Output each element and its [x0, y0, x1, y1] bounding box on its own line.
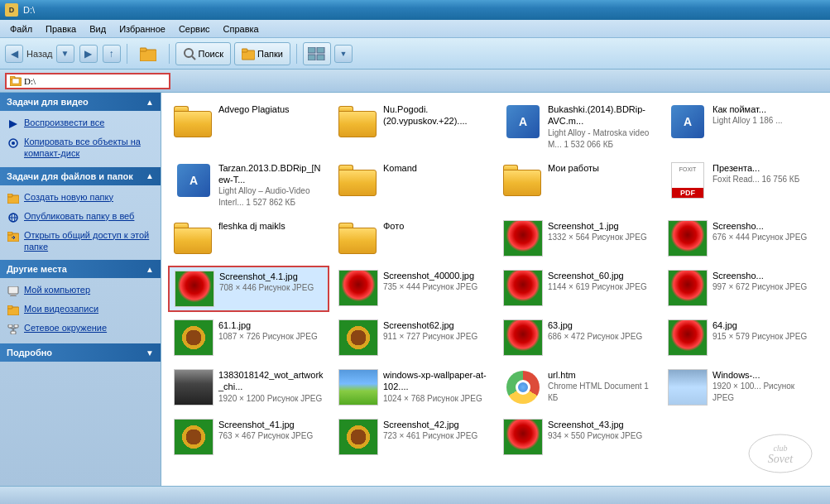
tarzan-info: Tarzan.2013.D.BDRip_[New-T... Light Allo…: [218, 162, 324, 209]
forward-button[interactable]: ▶: [79, 45, 98, 63]
file-item-komand[interactable]: Komand: [333, 158, 494, 214]
back-button[interactable]: ◀: [5, 45, 23, 63]
file-item-nu-pogodi[interactable]: Nu.Pogodi.(20.vypuskov.+22)....: [333, 99, 494, 155]
pdf-badge: PDF: [672, 188, 703, 198]
file-item-screenshot-r[interactable]: Screensho... 997 × 672 Рисунок JPEG: [662, 266, 823, 312]
file-item-url-htm[interactable]: url.htm Chrome HTML Document 1 КБ: [497, 365, 659, 411]
file-item-tarzan[interactable]: A Tarzan.2013.D.BDRip_[New-T... Light Al…: [168, 158, 329, 214]
sidebar-link-my-video[interactable]: Мои видеозаписи: [5, 300, 156, 319]
bukashki-thumb: A: [503, 103, 543, 140]
sidebar-link-new-folder[interactable]: Создать новую папку: [5, 189, 156, 208]
prezenta-meta: Foxit Read... 16 756 КБ: [712, 174, 818, 185]
back-label[interactable]: Назад: [26, 49, 53, 59]
file-item-screenshot43[interactable]: Screenshot_43.jpg 934 × 550 Рисунок JPEG: [497, 415, 659, 461]
la-icon: A: [506, 105, 540, 138]
file-item-prezenta[interactable]: FOXIT PDF Презента... Foxit Read... 16 7…: [662, 158, 823, 214]
file-item-screenshot62[interactable]: Screenshot62.jpg 911 × 727 Рисунок JPEG: [333, 315, 494, 362]
sidebar-link-play-all[interactable]: Воспроизвести все: [5, 114, 156, 133]
network-icon: [7, 323, 20, 336]
file-item-winxp[interactable]: windows-xp-wallpaper-at-102.... 1024 × 7…: [333, 365, 494, 411]
screenshot41b-img: [174, 419, 213, 455]
menu-service[interactable]: Сервис: [172, 22, 217, 36]
sidebar-section-files-header[interactable]: Задачи для файлов и папок ▲: [0, 167, 161, 185]
svg-point-15: [12, 142, 15, 145]
back-dropdown[interactable]: ▼: [56, 45, 74, 63]
file-area: Advego Plagiatus Nu.Pogodi.(20.vypuskov.…: [161, 93, 830, 486]
toolbar: ◀ Назад ▼ ▶ ↑ Поиск Папки ▼: [0, 38, 830, 70]
file-item-windows-big[interactable]: Windows-... 1920 × 100... Рисунок JPEG: [662, 365, 823, 411]
menu-help[interactable]: Справка: [217, 22, 266, 36]
up-button[interactable]: ↑: [103, 45, 121, 63]
svg-rect-22: [7, 232, 12, 235]
sidebar-link-network[interactable]: Сетевое окружение: [5, 319, 156, 338]
sidebar-section-video-header[interactable]: Задачи для видео ▲: [0, 93, 161, 111]
sidebar-section-details-header[interactable]: Подробно ▼: [0, 343, 161, 362]
screenshot60-meta: 1144 × 619 Рисунок JPEG: [548, 281, 653, 293]
winxp-thumb: [338, 369, 378, 406]
toolbar-sep3: [296, 44, 297, 64]
file-item-moi-raboty[interactable]: Мои работы: [497, 158, 659, 214]
search-label: Поиск: [199, 49, 223, 59]
kak-thumb: A: [668, 103, 708, 140]
file-item-screenshot40000[interactable]: Screenshot_40000.jpg 735 × 444 Рисунок J…: [333, 266, 494, 312]
folders-button[interactable]: Папки: [234, 42, 290, 65]
svg-rect-9: [317, 55, 324, 60]
svg-point-2: [185, 49, 193, 57]
file-item-screenshot41b[interactable]: Screenshot_41.jpg 763 × 467 Рисунок JPEG: [168, 415, 329, 461]
sidebar-link-play-all-label: Воспроизвести все: [24, 117, 104, 128]
tarzan-thumb: A: [174, 162, 213, 199]
file-item-advego[interactable]: Advego Plagiatus: [168, 99, 329, 155]
screenshot40000-meta: 735 × 444 Рисунок JPEG: [383, 281, 488, 293]
sidebar-link-publish-web[interactable]: Опубликовать папку в веб: [5, 208, 156, 227]
title-bar: D D:\: [0, 0, 830, 20]
svg-rect-12: [12, 79, 19, 84]
address-input[interactable]: D:\: [5, 73, 170, 89]
sidebar-link-my-computer[interactable]: Мой компьютер: [5, 281, 156, 300]
screenshot43-name: Screenshot_43.jpg: [548, 419, 653, 430]
screenshot-r-name: Screensho...: [712, 270, 818, 281]
file-item-jpg64[interactable]: 64.jpg 915 × 579 Рисунок JPEG: [662, 315, 823, 362]
view-button[interactable]: [303, 42, 331, 65]
screenshot-crop-meta: 676 × 444 Рисунок JPEG: [712, 232, 818, 243]
sidebar-section-other-header[interactable]: Другие места ▲: [0, 260, 161, 278]
computer-icon: [7, 285, 20, 298]
file-item-bukashki[interactable]: A Bukashki.(2014).BDRip-AVC.m... Light A…: [497, 99, 659, 155]
jpg611-img: [174, 319, 213, 356]
folder-icon-btn[interactable]: [133, 42, 163, 65]
file-item-screenshot60[interactable]: Screenshot_60.jpg 1144 × 619 Рисунок JPE…: [497, 266, 659, 312]
file-item-foto[interactable]: Фото: [333, 216, 494, 262]
svg-line-3: [192, 56, 195, 60]
file-item-jpg63[interactable]: 63.jpg 686 × 472 Рисунок JPEG: [497, 315, 659, 362]
search-button[interactable]: Поиск: [175, 42, 231, 65]
prezenta-thumb: FOXIT PDF: [668, 162, 708, 199]
nu-pogodi-thumb: [338, 103, 378, 140]
menu-file[interactable]: Файл: [3, 22, 39, 36]
file-item-screenshot-crop[interactable]: Screensho... 676 × 444 Рисунок JPEG: [662, 216, 823, 262]
foto-info: Фото: [383, 220, 488, 232]
svg-rect-5: [242, 49, 247, 52]
file-item-jpg611[interactable]: 61.1.jpg 1087 × 726 Рисунок JPEG: [168, 315, 329, 362]
menu-favorites[interactable]: Избранное: [113, 22, 172, 36]
sidebar-link-share-folder[interactable]: Открыть общий доступ к этой папке: [5, 227, 156, 256]
file-item-kak[interactable]: A Как поймат... Light Alloy 1 186 ...: [662, 99, 823, 155]
menu-edit[interactable]: Правка: [39, 22, 83, 36]
winxp-info: windows-xp-wallpaper-at-102.... 1024 × 7…: [383, 369, 488, 405]
screenshot-crop-thumb: [668, 220, 708, 257]
view-dropdown[interactable]: ▼: [334, 45, 353, 63]
la-icon2: A: [671, 105, 704, 138]
jpg611-info: 61.1.jpg 1087 × 726 Рисунок JPEG: [218, 319, 324, 343]
file-item-fleshka[interactable]: fleshka dj maikls: [168, 216, 329, 262]
screenshot40000-img: [338, 270, 378, 306]
winxp-img: [338, 369, 378, 406]
sidebar-section-other: Другие места ▲ Мой компьютер Мои видеоза…: [0, 260, 161, 342]
menu-view[interactable]: Вид: [83, 22, 113, 36]
winxp-meta: 1024 × 768 Рисунок JPEG: [383, 393, 488, 405]
svg-marker-13: [9, 120, 17, 128]
screenshot62-info: Screenshot62.jpg 911 × 727 Рисунок JPEG: [383, 319, 488, 343]
file-item-wot[interactable]: 1383018142_wot_artwork_chi... 1920 × 120…: [168, 365, 329, 411]
file-item-screenshot42[interactable]: Screenshot_42.jpg 723 × 461 Рисунок JPEG: [333, 415, 494, 461]
file-item-screenshot41[interactable]: Screenshot_4.1.jpg 708 × 446 Рисунок JPE…: [168, 266, 329, 312]
sidebar-link-copy-disc[interactable]: Копировать все объекты на компакт-диск: [5, 133, 156, 162]
screenshot-r-info: Screensho... 997 × 672 Рисунок JPEG: [712, 270, 818, 293]
file-item-screenshot1[interactable]: Screenshot_1.jpg 1332 × 564 Рисунок JPEG: [497, 216, 659, 262]
